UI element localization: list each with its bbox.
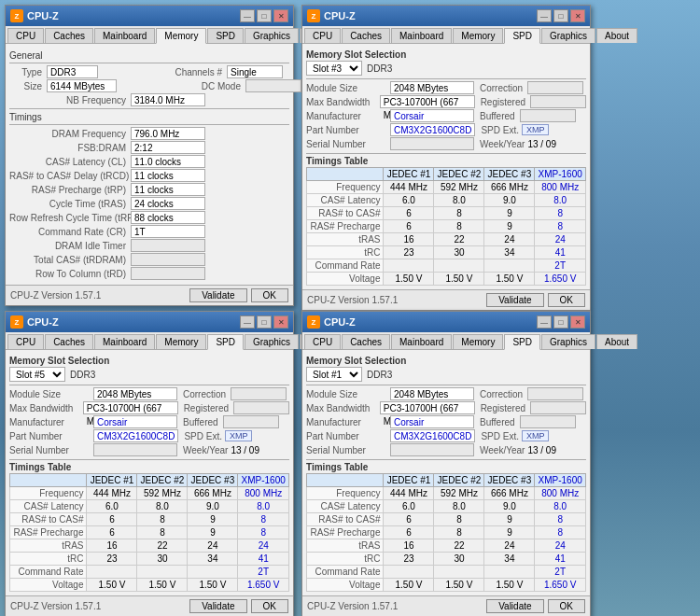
tab-graphics[interactable]: Graphics	[245, 28, 299, 43]
maximize-button[interactable]: □	[553, 9, 568, 22]
timing-row-label: CAS# Latency	[307, 500, 384, 513]
maximize-button[interactable]: □	[553, 315, 568, 329]
tab-graphics[interactable]: Graphics	[541, 334, 595, 349]
validate-button[interactable]: Validate	[486, 599, 543, 613]
type-label: Type	[9, 67, 47, 77]
close-button[interactable]: ✕	[570, 315, 585, 329]
timing-jedec3-value: 9	[188, 513, 238, 526]
spd-content: Memory Slot SelectionSlot #1DDR3Module S…	[302, 350, 590, 595]
validate-button[interactable]: Validate	[189, 599, 246, 613]
tab-caches[interactable]: Caches	[45, 28, 93, 43]
version-label: CPU-Z Version 1.57.1	[307, 295, 398, 305]
tab-about[interactable]: About	[596, 334, 637, 349]
spd-row-label: Max Bandwidth	[306, 403, 380, 413]
tab-mainboard[interactable]: Mainboard	[94, 334, 155, 349]
tab-caches[interactable]: Caches	[342, 28, 390, 43]
timing-xmp-value: 800 MHz	[535, 181, 586, 194]
serial-value	[390, 443, 474, 456]
serial-label: Serial Number	[306, 445, 390, 455]
tab-mainboard[interactable]: Mainboard	[94, 28, 155, 43]
tab-caches[interactable]: Caches	[45, 334, 93, 349]
timing-row-label: CAS# Latency	[307, 194, 384, 207]
titlebar-left: ZCPU-Z	[307, 315, 356, 329]
validate-button[interactable]: Validate	[486, 293, 543, 307]
tab-bar: CPUCachesMainboardMemorySPDGraphicsAbout	[302, 332, 590, 350]
timing-row-label: RAS# to CAS#	[307, 207, 384, 220]
ok-button[interactable]: OK	[251, 288, 288, 302]
slot-select[interactable]: Slot #3	[306, 61, 362, 76]
spd-row-label: Manufacturer	[306, 417, 390, 427]
timing-row: tRAS16222424	[307, 233, 586, 246]
spd-kv-row: Max BandwidthPC3-10700H (667 MHz)Registe…	[9, 401, 289, 414]
tab-spd[interactable]: SPD	[504, 334, 540, 350]
timing-row-label: RAS# to CAS#	[10, 513, 87, 526]
serial-label: Serial Number	[306, 139, 390, 149]
spd-row-value: PC3-10700H (667 MHz)	[380, 95, 475, 108]
minimize-button[interactable]: —	[537, 315, 552, 329]
window-title: CPU-Z	[27, 10, 59, 21]
timing-jedec1-value: 6.0	[384, 500, 434, 513]
size-value: 6144 MBytes	[47, 79, 117, 92]
spd-right-label: Registered	[481, 97, 525, 107]
timing-xmp-value: 8	[535, 513, 586, 526]
minimize-button[interactable]: —	[537, 9, 552, 22]
size-row: Size6144 MBytesDC Mode	[9, 79, 289, 93]
tab-cpu[interactable]: CPU	[304, 28, 341, 43]
tab-cpu[interactable]: CPU	[304, 334, 341, 349]
spd-ext-label: SPD Ext.	[481, 431, 519, 441]
ok-button[interactable]: OK	[548, 293, 585, 307]
timing-jedec1-value: 1.50 V	[87, 579, 137, 592]
maximize-button[interactable]: □	[257, 315, 272, 329]
timing-row-label: RAS# to CAS#	[307, 513, 384, 526]
timing-row: tRC23303441	[307, 246, 586, 259]
minimize-button[interactable]: —	[240, 315, 255, 329]
timing-col-header: JEDEC #3	[188, 474, 238, 487]
ok-button[interactable]: OK	[548, 599, 585, 613]
kv-value: 2:12	[131, 141, 205, 154]
timing-xmp-value: 800 MHz	[238, 487, 289, 500]
tab-memory[interactable]: Memory	[453, 334, 503, 349]
tab-spd[interactable]: SPD	[504, 28, 540, 44]
spd-row-label: Module Size	[306, 83, 390, 93]
tab-memory[interactable]: Memory	[156, 334, 206, 349]
timing-row: RAS# to CAS#6898	[10, 513, 289, 526]
tab-graphics[interactable]: Graphics	[245, 334, 299, 349]
tab-spd[interactable]: SPD	[207, 28, 244, 43]
tab-bar: CPUCachesMainboardMemorySPDGraphicsAbout	[302, 26, 590, 44]
tab-graphics[interactable]: Graphics	[541, 28, 595, 43]
close-button[interactable]: ✕	[273, 9, 288, 22]
channels-row: Channels #Single	[105, 65, 283, 78]
type-channels-row: TypeDDR3Channels #Single	[9, 65, 289, 79]
ok-button[interactable]: OK	[251, 599, 288, 613]
timing-jedec2-value	[434, 259, 484, 273]
tab-cpu[interactable]: CPU	[7, 28, 44, 43]
tab-about[interactable]: About	[596, 28, 637, 43]
kv-label: CAS# Latency (CL)	[9, 157, 131, 167]
tab-spd[interactable]: SPD	[207, 334, 244, 350]
timing-col-header	[307, 474, 384, 487]
close-button[interactable]: ✕	[273, 315, 288, 329]
spd-ext-label: SPD Ext.	[481, 125, 519, 135]
titlebar: ZCPU-Z—□✕	[302, 312, 590, 332]
maximize-button[interactable]: □	[257, 9, 272, 22]
kv-row: Total CAS# (tRDRAM)	[9, 253, 289, 266]
tab-mainboard[interactable]: Mainboard	[391, 28, 452, 43]
minimize-button[interactable]: —	[240, 9, 255, 22]
timing-jedec2-value: 1.50 V	[434, 273, 484, 286]
tab-memory[interactable]: Memory	[156, 28, 206, 44]
timing-row: Command Rate2T	[10, 566, 289, 579]
validate-button[interactable]: Validate	[189, 288, 246, 302]
close-button[interactable]: ✕	[570, 9, 585, 22]
kv-value: 24 clocks	[131, 197, 205, 210]
tab-memory[interactable]: Memory	[453, 28, 503, 43]
tab-mainboard[interactable]: Mainboard	[391, 334, 452, 349]
slot-select[interactable]: Slot #1	[306, 367, 362, 382]
ddr-label: DDR3	[367, 63, 392, 74]
tab-caches[interactable]: Caches	[342, 334, 390, 349]
timing-jedec3-value: 1.50 V	[188, 579, 238, 592]
timing-row: tRC23303441	[10, 553, 289, 566]
timing-xmp-value: 8	[535, 207, 586, 220]
slot-select[interactable]: Slot #5	[9, 367, 65, 382]
part-number-value: CM3X2G1600C8D	[93, 429, 178, 442]
tab-cpu[interactable]: CPU	[7, 334, 44, 349]
